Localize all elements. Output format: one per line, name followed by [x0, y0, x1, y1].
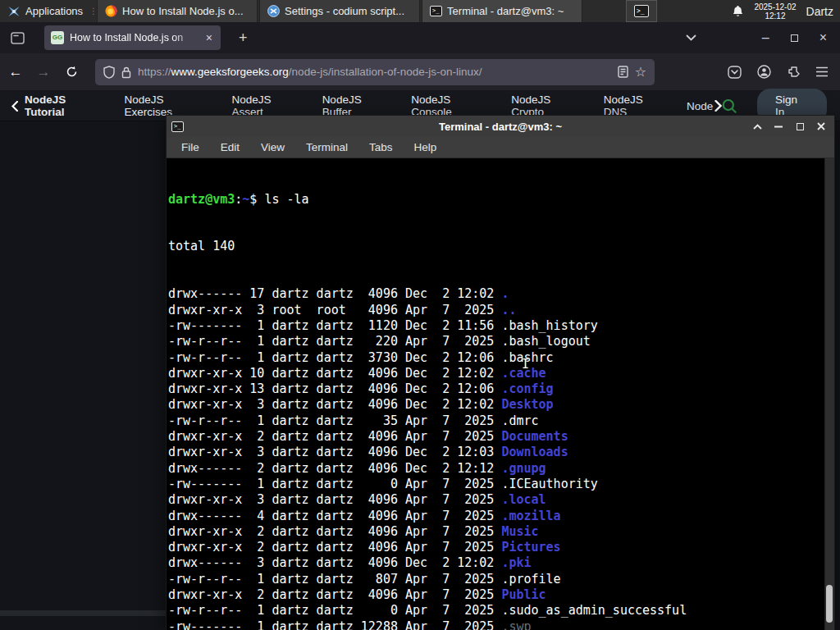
url-text[interactable]: https://www.geeksforgeeks.org/node-js/in… [138, 66, 611, 78]
ls-row: drwx------ 4 dartz dartz 4096 Apr 7 2025… [168, 509, 834, 524]
nav-back-tutorial[interactable]: NodeJS Tutorial [11, 94, 107, 118]
bookmark-star-icon[interactable]: ☆ [635, 64, 646, 80]
system-tray: 2025-12-02 12:12 Dartz [732, 0, 840, 22]
reader-mode-icon[interactable] [618, 66, 628, 78]
minimize-window-button[interactable] [772, 120, 785, 133]
desktop-panel: Applications ⋮ How to Install Node.js o.… [0, 0, 840, 22]
browser-tab[interactable]: GG How to Install Node.js on × [44, 25, 221, 50]
terminal-body[interactable]: dartz@vm3:~$ ls -la total 140 drwx------… [167, 158, 834, 630]
pocket-icon[interactable] [728, 66, 742, 79]
ls-row: -rw-r--r-- 1 dartz dartz 3730 Dec 2 12:0… [168, 350, 834, 366]
list-all-tabs-icon[interactable] [686, 34, 696, 41]
firefox-view-button[interactable] [5, 26, 30, 49]
ls-row: drwx------ 2 dartz dartz 4096 Dec 2 12:1… [168, 461, 834, 477]
firefox-toolbar: ← → https://www.geeksforgeeks.org/node-j… [0, 53, 840, 91]
tab-title: How to Install Node.js on [70, 32, 199, 43]
distro-logo-icon [7, 5, 21, 18]
menu-help[interactable]: Help [414, 141, 437, 153]
close-window-button[interactable] [815, 120, 828, 133]
taskbar-window-label: How to Install Node.js o... [122, 5, 243, 17]
firefox-tab-bar: GG How to Install Node.js on × + – × [0, 22, 840, 53]
terminal-window: >_ Terminal - dartz@vm3: ~ File Edit Vie… [166, 115, 835, 630]
terminal-icon: >_ [430, 6, 442, 16]
chevron-right-icon [714, 100, 722, 112]
panel-clock[interactable]: 2025-12-02 12:12 [754, 2, 796, 21]
clock-date: 2025-12-02 [754, 2, 796, 11]
shade-window-button[interactable] [751, 120, 764, 133]
ls-row: -rw------- 1 dartz dartz 0 Apr 7 2025 .I… [168, 477, 834, 492]
firefox-view-icon [11, 32, 25, 44]
scrollbar-thumb[interactable] [826, 585, 833, 623]
total-line: total 140 [168, 239, 834, 254]
ls-row: -rw------- 1 dartz dartz 1120 Dec 2 11:5… [168, 318, 834, 334]
menu-view[interactable]: View [261, 141, 285, 153]
nav-item-more[interactable]: Node [687, 100, 722, 112]
taskbar-codium-window[interactable]: Settings - codium script... [259, 0, 420, 22]
window-close-button[interactable]: × [819, 30, 827, 45]
ls-row: -rw-r--r-- 1 dartz dartz 0 Apr 7 2025 .s… [168, 603, 834, 619]
new-tab-button[interactable]: + [232, 28, 254, 48]
taskbar-window-label: Terminal - dartz@vm3: ~ [447, 5, 564, 17]
ls-row: -rw------- 1 dartz dartz 12288 Apr 7 202… [168, 619, 834, 630]
terminal-output: dartz@vm3:~$ ls -la total 140 drwx------… [167, 158, 834, 630]
terminal-icon: >_ [171, 121, 184, 132]
taskbar-firefox-window[interactable]: How to Install Node.js o... [97, 0, 258, 22]
chevron-left-icon [11, 101, 18, 112]
ls-row: drwxr-xr-x 3 root root 4096 Apr 7 2025 .… [168, 303, 834, 318]
panel-terminal-launcher[interactable]: >_ [626, 0, 657, 22]
ls-row: drwx------ 3 dartz dartz 4096 Dec 2 12:0… [168, 555, 834, 571]
nav-back-label: NodeJS Tutorial [25, 94, 108, 118]
url-domain: www.geeksforgeeks.org [171, 66, 289, 78]
lock-icon[interactable] [121, 66, 131, 79]
forward-button[interactable]: → [31, 60, 56, 84]
window-maximize-button[interactable] [791, 34, 798, 42]
ls-row: drwxr-xr-x 3 dartz dartz 4096 Dec 2 12:0… [168, 397, 834, 413]
reload-icon [66, 66, 78, 78]
menu-terminal[interactable]: Terminal [306, 141, 348, 153]
extensions-icon[interactable] [787, 66, 800, 79]
terminal-menubar: File Edit View Terminal Tabs Help [167, 137, 834, 158]
ls-listing: drwx------ 17 dartz dartz 4096 Dec 2 12:… [168, 286, 834, 630]
page-element-strip [0, 610, 166, 616]
ls-row: -rw-r--r-- 1 dartz dartz 35 Apr 7 2025 .… [168, 413, 834, 429]
taskbar-window-label: Settings - codium script... [285, 5, 404, 17]
taskbar-terminal-window[interactable]: >_ Terminal - dartz@vm3: ~ [422, 0, 582, 22]
applications-label: Applications [25, 5, 83, 17]
reload-button[interactable] [59, 60, 84, 84]
maximize-window-button[interactable] [793, 120, 806, 133]
terminal-scrollbar[interactable] [824, 158, 834, 630]
tab-close-button[interactable]: × [204, 31, 214, 44]
terminal-title: Terminal - dartz@vm3: ~ [167, 121, 834, 133]
clock-time: 12:12 [754, 11, 796, 21]
shield-icon[interactable] [103, 66, 115, 79]
ls-row: drwxr-xr-x 13 dartz dartz 4096 Dec 2 12:… [168, 381, 834, 397]
account-icon[interactable] [757, 65, 771, 79]
search-icon[interactable] [722, 98, 737, 114]
menu-edit[interactable]: Edit [221, 141, 240, 153]
window-minimize-button[interactable]: – [762, 30, 769, 45]
menu-file[interactable]: File [181, 141, 199, 153]
ls-row: drwxr-xr-x 3 dartz dartz 4096 Apr 7 2025… [168, 492, 834, 508]
prompt-line: dartz@vm3:~$ ls -la [168, 192, 834, 208]
terminal-titlebar[interactable]: >_ Terminal - dartz@vm3: ~ [167, 116, 834, 137]
ls-row: drwxr-xr-x 10 dartz dartz 4096 Dec 2 12:… [168, 366, 834, 381]
url-path: /node-js/installation-of-node-js-on-linu… [289, 66, 482, 78]
address-bar[interactable]: https://www.geeksforgeeks.org/node-js/in… [95, 59, 655, 85]
applications-menu[interactable]: Applications [0, 0, 90, 22]
ls-row: drwxr-xr-x 2 dartz dartz 4096 Apr 7 2025… [168, 587, 834, 603]
terminal-icon: >_ [634, 5, 649, 17]
ls-row: -rw-r--r-- 1 dartz dartz 807 Apr 7 2025 … [168, 572, 834, 587]
back-button[interactable]: ← [3, 60, 28, 84]
notification-bell-icon[interactable] [732, 5, 744, 18]
geeksforgeeks-favicon: GG [51, 31, 64, 44]
user-menu[interactable]: Dartz [806, 5, 833, 18]
ls-row: drwxr-xr-x 2 dartz dartz 4096 Apr 7 2025… [168, 429, 834, 445]
hamburger-menu-icon[interactable] [815, 66, 829, 77]
menu-tabs[interactable]: Tabs [369, 141, 393, 153]
ls-row: drwxr-xr-x 3 dartz dartz 4096 Dec 2 12:0… [168, 445, 834, 460]
ls-row: drwx------ 17 dartz dartz 4096 Dec 2 12:… [168, 286, 834, 302]
panel-handle: ⋮ [90, 0, 97, 22]
codium-icon [267, 5, 280, 17]
url-scheme: https:// [138, 66, 171, 78]
ls-row: drwxr-xr-x 2 dartz dartz 4096 Apr 7 2025… [168, 540, 834, 555]
